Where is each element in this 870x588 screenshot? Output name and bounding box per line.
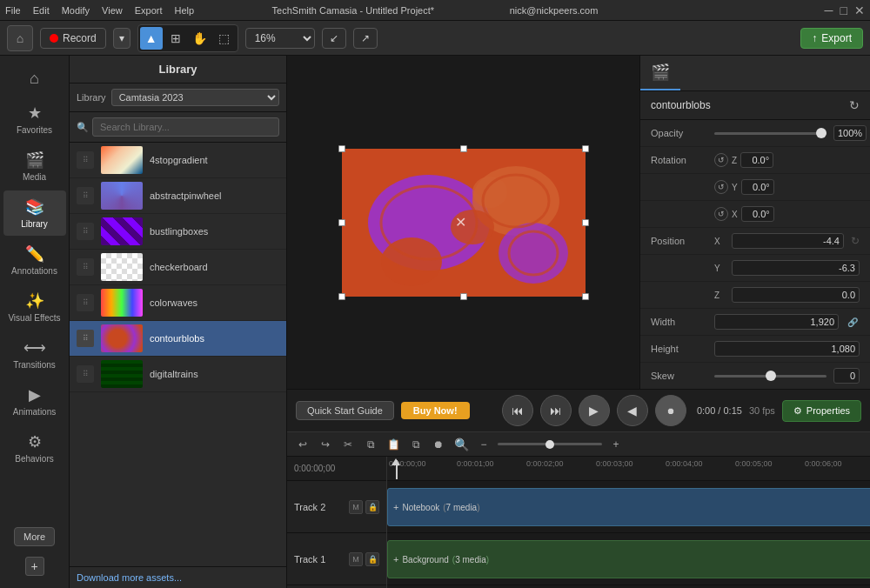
- rewind-button[interactable]: ⏮: [502, 395, 533, 426]
- nav-visual-effects[interactable]: ✨ Visual Effects: [3, 284, 66, 330]
- nav-back-button[interactable]: ↙: [322, 28, 346, 49]
- list-item[interactable]: ⠿ bustlingboxes: [70, 214, 286, 250]
- list-item[interactable]: ⠿ digitaltrains: [70, 357, 286, 392]
- step-back-button[interactable]: ⏭: [540, 395, 572, 426]
- track2-clip[interactable]: + Notebook (7 media): [387, 488, 870, 526]
- track1-clip[interactable]: + Background (3 media): [387, 540, 870, 578]
- list-item[interactable]: ⠿ 4stopgradient: [70, 143, 286, 178]
- handle-tm[interactable]: [460, 145, 467, 152]
- width-value[interactable]: 1,920: [714, 314, 839, 330]
- search-input[interactable]: [92, 117, 279, 137]
- skew-slider[interactable]: [714, 375, 826, 378]
- skew-value[interactable]: 0: [833, 368, 860, 384]
- copy-icon[interactable]: ⧉: [362, 436, 379, 453]
- track1-mute-btn[interactable]: M: [349, 552, 363, 566]
- maximize-icon[interactable]: □: [840, 3, 847, 17]
- record-button[interactable]: Record: [40, 28, 106, 49]
- play-button[interactable]: ▶: [579, 395, 610, 426]
- nav-home[interactable]: ⌂: [3, 63, 66, 95]
- menu-edit[interactable]: Edit: [33, 5, 50, 16]
- handle-bm[interactable]: [460, 293, 467, 300]
- timeline-zoom-slider[interactable]: [498, 443, 602, 445]
- opacity-value[interactable]: 100%: [833, 125, 867, 141]
- nav-forward-button[interactable]: ↗: [353, 28, 378, 49]
- handle-tr[interactable]: [582, 145, 589, 152]
- paste-icon[interactable]: 📋: [385, 436, 402, 453]
- track2-mute-btn[interactable]: M: [349, 500, 363, 514]
- download-assets-link[interactable]: Download more assets...: [77, 572, 182, 583]
- nav-behaviors[interactable]: ⚙ Behaviors: [3, 425, 66, 471]
- add-button[interactable]: +: [25, 557, 44, 576]
- quickstart-button[interactable]: Quick Start Guide: [296, 401, 394, 420]
- zoom-in-icon[interactable]: 🔍: [452, 436, 470, 453]
- end-button[interactable]: ⏺: [655, 395, 686, 426]
- opacity-slider[interactable]: [714, 132, 826, 135]
- menu-view[interactable]: View: [102, 5, 123, 16]
- handle-br[interactable]: [582, 293, 589, 300]
- rotation-x-row: ↺ X 0.0°: [640, 201, 870, 228]
- rewind-icon: ⏮: [512, 404, 524, 418]
- rotation-z-icon[interactable]: ↺: [714, 153, 728, 167]
- nav-favorites[interactable]: ★ Favorites: [3, 97, 66, 142]
- position-x-value[interactable]: -4.4: [732, 233, 844, 249]
- buynow-button[interactable]: Buy Now!: [401, 402, 470, 419]
- list-item[interactable]: ⠿ checkerboard: [70, 250, 286, 285]
- menu-file[interactable]: File: [5, 5, 21, 16]
- menu-modify[interactable]: Modify: [62, 5, 90, 16]
- refresh-icon2[interactable]: ↻: [851, 235, 860, 247]
- rotation-y-value[interactable]: 0.0°: [741, 179, 774, 195]
- rotation-x-value[interactable]: 0.0°: [741, 206, 774, 222]
- cut-icon[interactable]: ✂: [339, 436, 357, 453]
- handle-bl[interactable]: [338, 293, 345, 300]
- crop-tool[interactable]: ⬚: [213, 27, 236, 50]
- library-version-select[interactable]: Camtasia 2023: [111, 89, 279, 106]
- minimize-icon[interactable]: ─: [825, 3, 833, 17]
- track2-media: 7 media: [446, 503, 478, 512]
- select-tool[interactable]: ▲: [140, 27, 163, 50]
- rotation-z-value[interactable]: 0.0°: [740, 152, 773, 168]
- position-z-value[interactable]: 0.0: [732, 287, 860, 303]
- rotation-x-icon[interactable]: ↺: [714, 207, 728, 221]
- nav-transitions[interactable]: ⟷ Transitions: [3, 331, 66, 377]
- nav-annotations[interactable]: ✏️ Annotations: [3, 237, 66, 283]
- list-item[interactable]: ⠿ contourblobs: [70, 321, 286, 357]
- zoom-plus-icon[interactable]: +: [607, 436, 625, 453]
- nav-media-label: Media: [23, 172, 46, 182]
- rotation-y-icon[interactable]: ↺: [714, 180, 728, 194]
- list-item[interactable]: ⠿ colorwaves: [70, 285, 286, 321]
- pan-tool[interactable]: ✋: [189, 27, 211, 50]
- nav-animations[interactable]: ▶ Animations: [3, 378, 66, 424]
- handle-tl[interactable]: [338, 145, 345, 152]
- zoom-selector[interactable]: 16%: [245, 28, 315, 49]
- step-forward-button[interactable]: ◀: [617, 395, 648, 426]
- menu-help[interactable]: Help: [175, 5, 195, 16]
- refresh-icon[interactable]: ↻: [849, 98, 860, 112]
- nav-media[interactable]: 🎬 Media: [3, 144, 66, 189]
- undo-icon[interactable]: ↩: [294, 436, 311, 453]
- menu-export[interactable]: Export: [135, 5, 163, 16]
- export-button[interactable]: ↑ Export: [800, 28, 863, 49]
- handle-mr[interactable]: [582, 219, 589, 226]
- more-button[interactable]: More: [14, 527, 55, 546]
- nav-behaviors-label: Behaviors: [15, 454, 53, 464]
- tab-visual-properties[interactable]: 🎬: [640, 56, 680, 90]
- height-value[interactable]: 1,080: [714, 341, 860, 357]
- zoom-minus-icon[interactable]: −: [475, 436, 492, 453]
- library-thumb: [101, 182, 143, 210]
- home-button[interactable]: ⌂: [7, 25, 33, 51]
- nav-library[interactable]: 📚 Library: [3, 190, 66, 236]
- record-tl-icon[interactable]: ⏺: [430, 436, 447, 453]
- track2-lock-btn[interactable]: 🔒: [365, 500, 379, 514]
- handle-ml[interactable]: [338, 219, 345, 226]
- list-item[interactable]: ⠿ abstractpinwheel: [70, 178, 286, 214]
- dropdown-arrow-icon[interactable]: ▾: [113, 28, 130, 49]
- link-icon[interactable]: 🔗: [846, 315, 860, 329]
- position-y-value[interactable]: -6.3: [732, 260, 860, 276]
- track1-lock-btn[interactable]: 🔒: [365, 552, 379, 566]
- split-icon[interactable]: ⧉: [407, 436, 425, 453]
- close-icon[interactable]: ✕: [854, 3, 865, 17]
- properties-button[interactable]: ⚙ Properties: [782, 400, 861, 422]
- redo-icon[interactable]: ↪: [317, 436, 334, 453]
- canvas-container[interactable]: ✕: [342, 149, 586, 297]
- transform-tool[interactable]: ⊞: [164, 27, 187, 50]
